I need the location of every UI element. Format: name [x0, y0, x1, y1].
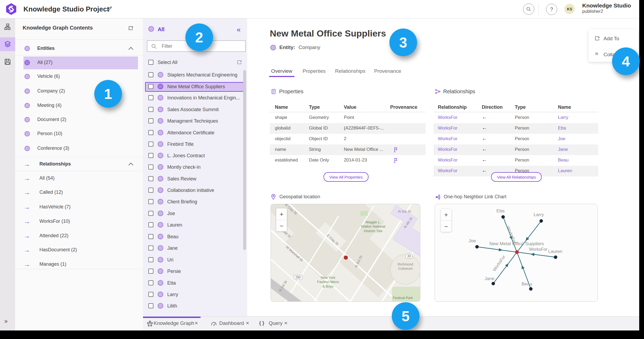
list-item[interactable]: Joe [143, 208, 247, 219]
sidebar-item-called[interactable]: → Called (12) [15, 186, 143, 199]
list-header-all[interactable]: All [158, 26, 165, 33]
list-item[interactable]: Innovations in Mechanical Engin... [143, 92, 247, 103]
provenance-flag-icon[interactable] [393, 158, 398, 163]
item-checkbox[interactable] [148, 130, 153, 135]
node-label-joe[interactable]: Joe [468, 238, 476, 244]
sidebar-item-meeting[interactable]: Meeting (4) [15, 99, 143, 112]
relationships-section-header[interactable]: → Relationships [15, 158, 143, 171]
entity-link[interactable]: Larry [558, 115, 568, 120]
item-checkbox[interactable] [148, 292, 153, 297]
expand-rail-icon[interactable]: » [4, 318, 8, 325]
provenance-flag-icon[interactable] [393, 147, 398, 152]
sidebar-item-hasvehicle[interactable]: → HasVehicle (7) [15, 201, 143, 214]
list-item[interactable]: Sales Review [143, 173, 247, 184]
sidebar-item-vehicle[interactable]: Vehicle (6) [15, 70, 143, 83]
list-item[interactable]: Etta [143, 278, 247, 288]
close-icon[interactable]: × [195, 320, 198, 326]
view-all-relationships-button[interactable]: View All Relationships [491, 172, 542, 182]
help-button[interactable]: ? [546, 4, 557, 15]
sidebar-item-hasdocument[interactable]: → HasDocument (2) [15, 244, 143, 257]
sidebar-item-entities-all[interactable]: All (27) [15, 57, 143, 69]
add-to-button[interactable]: Add To [604, 36, 619, 42]
list-item[interactable]: Montly check-in [143, 162, 247, 172]
item-checkbox[interactable] [148, 188, 153, 193]
add-to-map-icon[interactable] [128, 25, 134, 31]
node-label-jane[interactable]: Jane [485, 276, 495, 281]
item-checkbox[interactable] [148, 280, 153, 285]
zoom-in-button[interactable]: + [441, 209, 451, 220]
zoom-in-button[interactable]: + [276, 208, 287, 220]
node-label-beau[interactable]: Beau [521, 281, 532, 287]
list-item[interactable]: Firebird Title [143, 139, 247, 150]
node-label-lauren[interactable]: Lauren [548, 249, 563, 254]
select-all-checkbox[interactable] [148, 60, 153, 65]
tab-relationships[interactable]: Relationships [335, 68, 365, 74]
entity-link[interactable]: Jane [558, 147, 568, 152]
item-checkbox[interactable] [148, 176, 153, 181]
scrollbar-thumb[interactable] [243, 70, 246, 250]
tab-overview[interactable]: Overview [271, 68, 292, 74]
list-item[interactable]: Persie [143, 266, 247, 277]
list-item[interactable]: Lauren [143, 220, 247, 230]
sidebar-item-conference[interactable]: Conference (3) [15, 142, 143, 155]
data-model-icon[interactable] [4, 23, 11, 30]
tab-provenance[interactable]: Provenance [374, 68, 401, 74]
relationship-link[interactable]: WorksFor [438, 136, 457, 142]
relationship-link[interactable]: WorksFor [438, 115, 457, 120]
tab-properties[interactable]: Properties [303, 68, 326, 74]
add-to-map-icon[interactable] [237, 59, 243, 65]
list-item[interactable]: Managment Techniques [143, 116, 247, 126]
entities-section-header[interactable]: Entities [15, 42, 143, 55]
list-item[interactable]: Client Briefing [143, 196, 247, 207]
item-checkbox[interactable] [148, 199, 153, 204]
list-item[interactable]: Staplers Mechanical Engineering [143, 70, 247, 80]
list-item[interactable]: Uri [143, 255, 247, 265]
relationship-link[interactable]: WorksFor [438, 147, 457, 152]
list-item[interactable]: Sales Associate Summit [143, 104, 247, 115]
relationship-link[interactable]: WorksFor [438, 168, 457, 173]
list-item[interactable]: Attendance Certificate [143, 127, 247, 138]
geospatial-map[interactable]: + − W Clay St N 3rd St Maggie L. Walker … [271, 204, 420, 302]
entity-link[interactable]: Joe [558, 136, 565, 142]
collapse-panel-icon[interactable]: « [237, 26, 241, 34]
item-checkbox[interactable] [148, 84, 153, 89]
list-item[interactable]: Lilith [143, 301, 247, 311]
item-checkbox[interactable] [148, 142, 153, 147]
list-item[interactable]: Beau [143, 231, 247, 242]
relationship-link[interactable]: WorksFor [438, 126, 457, 131]
sidebar-item-person[interactable]: Person (10) [15, 128, 143, 140]
close-icon[interactable]: × [246, 320, 249, 326]
node-label-larry[interactable]: Larry [534, 212, 544, 217]
save-icon[interactable] [4, 58, 11, 65]
list-item[interactable]: Collaboration initiative [143, 185, 247, 196]
layers-icon[interactable] [4, 41, 11, 48]
relationship-link[interactable]: WorksFor [438, 158, 457, 163]
select-all-row[interactable]: Select All [143, 57, 247, 68]
item-checkbox[interactable] [148, 72, 153, 77]
list-item[interactable]: L. Jones Contract [143, 150, 247, 161]
collapse-icon[interactable]: » [595, 50, 598, 57]
list-item[interactable]: Larry [143, 289, 247, 300]
item-checkbox[interactable] [148, 118, 153, 123]
entity-link[interactable]: Lauren [558, 168, 572, 173]
item-checkbox[interactable] [148, 164, 153, 170]
close-icon[interactable]: × [284, 320, 287, 326]
item-checkbox[interactable] [148, 211, 153, 216]
item-checkbox[interactable] [148, 303, 153, 308]
chevron-up-icon[interactable] [128, 47, 133, 52]
tab-knowledge-graph[interactable]: Knowledge Graph [154, 320, 194, 326]
sidebar-item-document[interactable]: Document (2) [15, 114, 143, 126]
item-checkbox[interactable] [148, 107, 153, 112]
item-checkbox[interactable] [148, 95, 153, 100]
entity-link[interactable]: Etta [558, 126, 566, 131]
list-item-selected[interactable]: New Metal Office Suppliers [143, 81, 247, 92]
sidebar-item-attended[interactable]: → Attended (22) [15, 230, 143, 243]
sidebar-item-company[interactable]: Company (2) [15, 85, 143, 98]
item-checkbox[interactable] [148, 245, 153, 251]
link-chart[interactable]: Etta Larry Joe Lauren Jane Beau New Meta… [435, 204, 598, 302]
tab-query[interactable]: Query [269, 320, 283, 326]
node-label-etta[interactable]: Etta [496, 208, 504, 214]
tab-dashboard[interactable]: Dashboard [219, 320, 244, 326]
item-checkbox[interactable] [148, 222, 153, 227]
search-button[interactable] [523, 3, 534, 15]
